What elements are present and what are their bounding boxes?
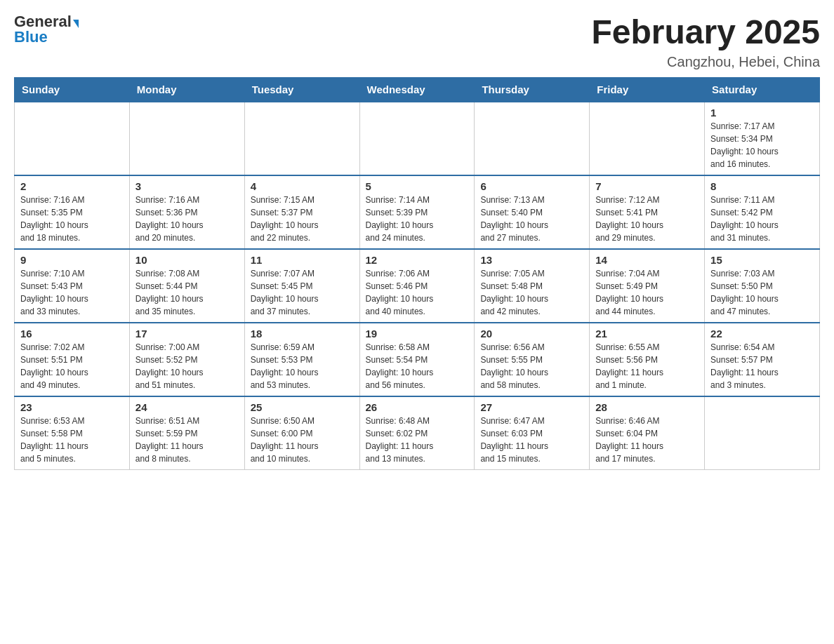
week-row-4: 16Sunrise: 7:02 AMSunset: 5:51 PMDayligh…	[15, 323, 820, 396]
day-number: 19	[366, 328, 469, 340]
week-row-2: 2Sunrise: 7:16 AMSunset: 5:35 PMDaylight…	[15, 175, 820, 249]
weekday-header-wednesday: Wednesday	[359, 77, 475, 102]
day-number: 28	[595, 401, 699, 413]
day-number: 3	[135, 180, 239, 192]
day-number: 18	[251, 328, 354, 340]
logo-blue: Blue	[14, 29, 48, 45]
day-info: Sunrise: 7:17 AMSunset: 5:34 PMDaylight:…	[710, 120, 814, 170]
day-info: Sunrise: 7:05 AMSunset: 5:48 PMDaylight:…	[480, 267, 583, 318]
calendar-cell: 26Sunrise: 6:48 AMSunset: 6:02 PMDayligh…	[359, 396, 475, 470]
calendar-cell: 7Sunrise: 7:12 AMSunset: 5:41 PMDaylight…	[590, 175, 705, 249]
calendar-cell: 25Sunrise: 6:50 AMSunset: 6:00 PMDayligh…	[244, 396, 359, 470]
day-number: 15	[710, 254, 814, 266]
day-info: Sunrise: 7:06 AMSunset: 5:46 PMDaylight:…	[366, 267, 469, 318]
calendar-cell: 15Sunrise: 7:03 AMSunset: 5:50 PMDayligh…	[705, 249, 820, 323]
calendar-cell: 17Sunrise: 7:00 AMSunset: 5:52 PMDayligh…	[129, 323, 244, 396]
calendar-cell: 18Sunrise: 6:59 AMSunset: 5:53 PMDayligh…	[244, 323, 359, 396]
calendar-cell: 10Sunrise: 7:08 AMSunset: 5:44 PMDayligh…	[129, 249, 244, 323]
calendar-cell	[475, 102, 590, 175]
calendar-cell	[129, 102, 244, 175]
day-number: 5	[366, 180, 469, 192]
calendar-cell: 13Sunrise: 7:05 AMSunset: 5:48 PMDayligh…	[475, 249, 590, 323]
day-info: Sunrise: 7:02 AMSunset: 5:51 PMDaylight:…	[20, 341, 124, 391]
day-number: 17	[135, 328, 239, 340]
calendar-cell: 3Sunrise: 7:16 AMSunset: 5:36 PMDaylight…	[129, 175, 244, 249]
day-info: Sunrise: 7:14 AMSunset: 5:39 PMDaylight:…	[366, 194, 469, 244]
day-info: Sunrise: 7:03 AMSunset: 5:50 PMDaylight:…	[710, 267, 814, 318]
day-number: 7	[595, 180, 699, 192]
calendar-cell	[590, 102, 705, 175]
calendar-cell	[244, 102, 359, 175]
calendar-cell	[705, 396, 820, 470]
day-number: 25	[251, 401, 354, 413]
week-row-1: 1Sunrise: 7:17 AMSunset: 5:34 PMDaylight…	[15, 102, 820, 175]
week-row-5: 23Sunrise: 6:53 AMSunset: 5:58 PMDayligh…	[15, 396, 820, 470]
calendar-cell: 2Sunrise: 7:16 AMSunset: 5:35 PMDaylight…	[15, 175, 130, 249]
day-number: 9	[20, 254, 124, 266]
calendar-cell: 22Sunrise: 6:54 AMSunset: 5:57 PMDayligh…	[705, 323, 820, 396]
day-info: Sunrise: 7:16 AMSunset: 5:35 PMDaylight:…	[20, 194, 124, 244]
day-number: 26	[366, 401, 469, 413]
week-row-3: 9Sunrise: 7:10 AMSunset: 5:43 PMDaylight…	[15, 249, 820, 323]
title-section: February 2025 Cangzhou, Hebei, China	[591, 14, 820, 70]
calendar-cell: 19Sunrise: 6:58 AMSunset: 5:54 PMDayligh…	[359, 323, 475, 396]
day-number: 21	[595, 328, 699, 340]
day-info: Sunrise: 6:47 AMSunset: 6:03 PMDaylight:…	[480, 415, 583, 465]
day-info: Sunrise: 7:04 AMSunset: 5:49 PMDaylight:…	[595, 267, 699, 318]
day-number: 27	[480, 401, 583, 413]
day-number: 20	[480, 328, 583, 340]
day-number: 12	[366, 254, 469, 266]
calendar-cell: 1Sunrise: 7:17 AMSunset: 5:34 PMDaylight…	[705, 102, 820, 175]
day-info: Sunrise: 7:13 AMSunset: 5:40 PMDaylight:…	[480, 194, 583, 244]
day-info: Sunrise: 6:46 AMSunset: 6:04 PMDaylight:…	[595, 415, 699, 465]
day-number: 4	[251, 180, 354, 192]
calendar-cell: 14Sunrise: 7:04 AMSunset: 5:49 PMDayligh…	[590, 249, 705, 323]
calendar-cell: 21Sunrise: 6:55 AMSunset: 5:56 PMDayligh…	[590, 323, 705, 396]
day-info: Sunrise: 6:54 AMSunset: 5:57 PMDaylight:…	[710, 341, 814, 391]
day-info: Sunrise: 6:58 AMSunset: 5:54 PMDaylight:…	[366, 341, 469, 391]
calendar-cell: 6Sunrise: 7:13 AMSunset: 5:40 PMDaylight…	[475, 175, 590, 249]
day-number: 24	[135, 401, 239, 413]
day-info: Sunrise: 7:15 AMSunset: 5:37 PMDaylight:…	[251, 194, 354, 244]
day-info: Sunrise: 7:00 AMSunset: 5:52 PMDaylight:…	[135, 341, 239, 391]
day-info: Sunrise: 7:08 AMSunset: 5:44 PMDaylight:…	[135, 267, 239, 318]
calendar-cell: 12Sunrise: 7:06 AMSunset: 5:46 PMDayligh…	[359, 249, 475, 323]
day-number: 8	[710, 180, 814, 192]
weekday-header-friday: Friday	[590, 77, 705, 102]
calendar-cell	[15, 102, 130, 175]
calendar-cell: 4Sunrise: 7:15 AMSunset: 5:37 PMDaylight…	[244, 175, 359, 249]
day-number: 22	[710, 328, 814, 340]
page-header: General Blue February 2025 Cangzhou, Heb…	[14, 14, 820, 70]
day-number: 23	[20, 401, 124, 413]
day-number: 16	[20, 328, 124, 340]
weekday-header-sunday: Sunday	[15, 77, 130, 102]
day-info: Sunrise: 6:50 AMSunset: 6:00 PMDaylight:…	[251, 415, 354, 465]
weekday-header-row: SundayMondayTuesdayWednesdayThursdayFrid…	[15, 77, 820, 102]
calendar-cell: 23Sunrise: 6:53 AMSunset: 5:58 PMDayligh…	[15, 396, 130, 470]
day-info: Sunrise: 6:51 AMSunset: 5:59 PMDaylight:…	[135, 415, 239, 465]
day-info: Sunrise: 6:56 AMSunset: 5:55 PMDaylight:…	[480, 341, 583, 391]
day-number: 2	[20, 180, 124, 192]
calendar-cell: 24Sunrise: 6:51 AMSunset: 5:59 PMDayligh…	[129, 396, 244, 470]
calendar-cell: 8Sunrise: 7:11 AMSunset: 5:42 PMDaylight…	[705, 175, 820, 249]
day-info: Sunrise: 6:59 AMSunset: 5:53 PMDaylight:…	[251, 341, 354, 391]
day-number: 6	[480, 180, 583, 192]
day-info: Sunrise: 6:55 AMSunset: 5:56 PMDaylight:…	[595, 341, 699, 391]
day-info: Sunrise: 7:07 AMSunset: 5:45 PMDaylight:…	[251, 267, 354, 318]
weekday-header-monday: Monday	[129, 77, 244, 102]
day-info: Sunrise: 7:16 AMSunset: 5:36 PMDaylight:…	[135, 194, 239, 244]
calendar-subtitle: Cangzhou, Hebei, China	[591, 54, 820, 70]
calendar-cell: 11Sunrise: 7:07 AMSunset: 5:45 PMDayligh…	[244, 249, 359, 323]
day-info: Sunrise: 6:48 AMSunset: 6:02 PMDaylight:…	[366, 415, 469, 465]
logo-triangle-icon	[73, 20, 79, 28]
day-info: Sunrise: 7:12 AMSunset: 5:41 PMDaylight:…	[595, 194, 699, 244]
day-info: Sunrise: 7:11 AMSunset: 5:42 PMDaylight:…	[710, 194, 814, 244]
day-info: Sunrise: 6:53 AMSunset: 5:58 PMDaylight:…	[20, 415, 124, 465]
calendar-cell	[359, 102, 475, 175]
logo: General Blue	[14, 14, 79, 45]
calendar-cell: 28Sunrise: 6:46 AMSunset: 6:04 PMDayligh…	[590, 396, 705, 470]
logo-text: General	[14, 14, 79, 29]
weekday-header-tuesday: Tuesday	[244, 77, 359, 102]
calendar-cell: 16Sunrise: 7:02 AMSunset: 5:51 PMDayligh…	[15, 323, 130, 396]
day-number: 1	[710, 107, 814, 119]
